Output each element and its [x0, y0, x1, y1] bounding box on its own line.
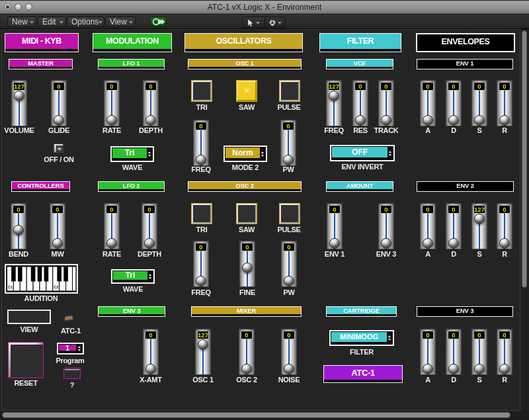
svg-text:C2: C2: [54, 285, 58, 289]
svg-text:C1: C1: [8, 285, 13, 289]
